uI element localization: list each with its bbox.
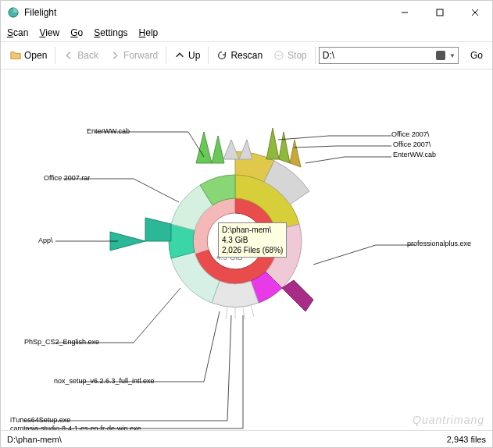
toolbar: Open Back Forward Up Rescan Stop D:\ ▼ G… <box>1 41 492 69</box>
app-icon <box>7 6 20 19</box>
sunburst-chart[interactable]: 4.9 GiB D:\phan-mem\ 4.3 GiB 2,026 Files… <box>1 69 492 430</box>
dropdown-icon[interactable]: ▼ <box>449 52 455 59</box>
menu-help[interactable]: Help <box>139 27 159 38</box>
status-path: D:\phan-mem\ <box>7 435 62 444</box>
refresh-icon <box>216 50 227 61</box>
clear-icon[interactable] <box>436 51 445 60</box>
path-input[interactable]: D:\ ▼ <box>319 47 459 64</box>
stop-icon <box>273 50 284 61</box>
label-phsp: PhSp_CS2_English.exe <box>24 338 99 346</box>
label-office2: Office 2007\ <box>393 140 430 148</box>
label-camtasia: camtasia-studio-8-4-1-es-en-fr-de-win.ex… <box>10 425 141 430</box>
menu-bar: Scan View Go Settings Help <box>1 24 492 41</box>
stop-button[interactable]: Stop <box>269 48 312 63</box>
label-nox: nox_setup_v6.2.6.3_full_intl.exe <box>54 377 155 385</box>
label-profplus: professionalplus.exe <box>407 240 471 247</box>
go-button[interactable]: Go <box>463 48 488 63</box>
chevron-right-icon <box>109 50 120 61</box>
svg-line-10 <box>251 305 254 317</box>
back-button[interactable]: Back <box>59 48 103 63</box>
menu-scan[interactable]: Scan <box>7 27 28 38</box>
chevron-up-icon <box>174 50 185 61</box>
tooltip: D:\phan-mem\ 4.3 GiB 2,026 Files (68%) <box>218 222 287 258</box>
status-bar: D:\phan-mem\ 2,943 files <box>1 430 492 447</box>
label-app: App\ <box>38 236 53 244</box>
folder-icon <box>10 50 21 61</box>
chevron-left-icon <box>63 50 74 61</box>
label-enterww: EnterWW.cab <box>87 127 130 135</box>
close-button[interactable] <box>457 1 492 24</box>
menu-go[interactable]: Go <box>70 27 83 38</box>
svg-line-9 <box>226 308 227 319</box>
title-bar: Filelight <box>1 1 492 24</box>
window-title: Filelight <box>24 7 387 18</box>
menu-view[interactable]: View <box>39 27 59 38</box>
menu-settings[interactable]: Settings <box>94 27 127 38</box>
rescan-button[interactable]: Rescan <box>212 48 267 63</box>
minimize-button[interactable] <box>387 1 422 24</box>
svg-rect-2 <box>437 9 443 16</box>
up-button[interactable]: Up <box>170 48 205 63</box>
label-itunes: iTunes64Setup.exe <box>10 416 70 424</box>
maximize-button[interactable] <box>422 1 457 24</box>
forward-button[interactable]: Forward <box>105 48 163 63</box>
label-office1: Office 2007\ <box>391 130 429 138</box>
label-enterww2: EnterWW.cab <box>393 151 436 158</box>
status-files: 2,943 files <box>447 435 486 444</box>
open-button[interactable]: Open <box>5 48 52 63</box>
label-officerar: Office 2007.rar <box>44 174 90 182</box>
